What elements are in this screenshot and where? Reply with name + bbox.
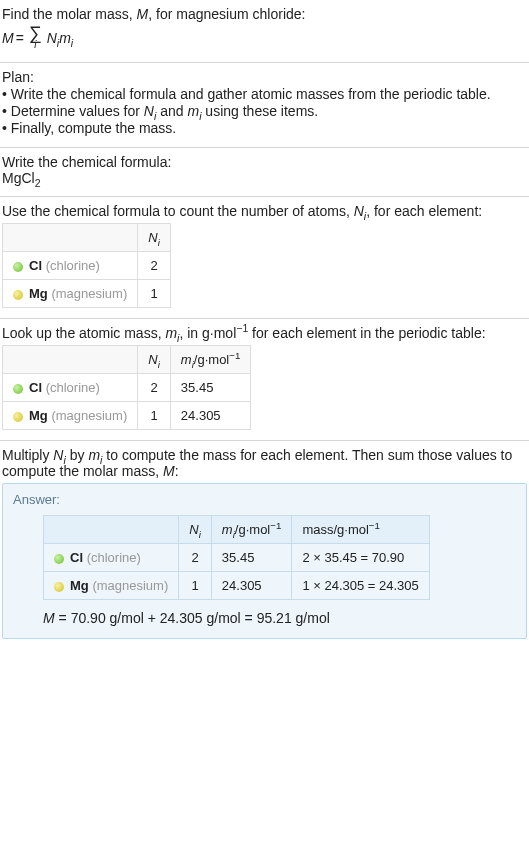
- n-cell: 1: [179, 572, 212, 600]
- count-section: Use the chemical formula to count the nu…: [0, 197, 529, 319]
- N-hdr: N: [148, 230, 157, 245]
- mult-N: N: [53, 447, 63, 463]
- answer-table: Ni mi/g·mol−1 mass/g·mol−1 Cl (chlorine)…: [43, 515, 430, 600]
- count-title-b: , for each element:: [366, 203, 482, 219]
- formula-section: Write the chemical formula: MgCl2: [0, 148, 529, 197]
- hdr-m-exp: −1: [229, 350, 240, 361]
- element-cell: Mg (magnesium): [44, 572, 179, 600]
- hdr-N: N: [148, 352, 157, 367]
- table-header-row: Ni mi/g·mol−1: [3, 346, 251, 374]
- mult-m: m: [88, 447, 100, 463]
- plan-b2-N: N: [144, 103, 154, 119]
- element-name: (magnesium): [51, 408, 127, 423]
- element-name: (magnesium): [51, 286, 127, 301]
- ans-hdr-mass-exp: −1: [369, 520, 380, 531]
- n-cell: 2: [138, 374, 171, 402]
- element-cell: Mg (magnesium): [3, 280, 138, 308]
- element-name: (chlorine): [46, 258, 100, 273]
- mult-M: M: [163, 463, 175, 479]
- ans-hdr-N-sub: i: [199, 529, 201, 540]
- intro-M: M: [137, 6, 149, 22]
- m-cell: 35.45: [170, 374, 251, 402]
- multiply-title: Multiply Ni by mi to compute the mass fo…: [2, 447, 527, 479]
- intro-text-a: Find the molar mass,: [2, 6, 137, 22]
- n-cell: 2: [179, 544, 212, 572]
- eq-N: N: [47, 30, 57, 46]
- element-dot-icon: [13, 290, 23, 300]
- element-dot-icon: [54, 582, 64, 592]
- plan-bullet-3: • Finally, compute the mass.: [2, 120, 527, 136]
- count-title-a: Use the chemical formula to count the nu…: [2, 203, 354, 219]
- chemical-formula: MgCl2: [2, 170, 527, 186]
- answer-box: Answer: Ni mi/g·mol−1 mass/g·mol−1 Cl (c…: [2, 483, 527, 639]
- eq-Nimi: Nimi: [47, 30, 73, 46]
- element-dot-icon: [13, 384, 23, 394]
- eq-m: m: [59, 30, 71, 46]
- element-cell: Mg (magnesium): [3, 402, 138, 430]
- calc-cell: 2 × 35.45 = 70.90: [292, 544, 429, 572]
- table-row: Cl (chlorine) 2: [3, 252, 171, 280]
- sigma-index: i: [34, 40, 36, 50]
- ans-hdr-mass: mass/g·mol: [302, 522, 368, 537]
- final-M: M: [43, 610, 55, 626]
- element-dot-icon: [13, 262, 23, 272]
- hdr-N-sub: i: [158, 359, 160, 370]
- table-row: Mg (magnesium) 1: [3, 280, 171, 308]
- calc-cell: 1 × 24.305 = 24.305: [292, 572, 429, 600]
- ans-hdr-N: N: [189, 522, 198, 537]
- plan-b2-m: m: [187, 103, 199, 119]
- mass-title: Look up the atomic mass, mi, in g·mol−1 …: [2, 325, 527, 341]
- m-header: mi/g·mol−1: [211, 516, 292, 544]
- plan-b2-and: and: [156, 103, 187, 119]
- plan-title: Plan:: [2, 69, 527, 85]
- N-header: Ni: [138, 224, 171, 252]
- eq-equals: =: [16, 30, 24, 46]
- count-cell: 2: [138, 252, 171, 280]
- mass-title-exp: −1: [236, 322, 248, 334]
- count-table: Ni Cl (chlorine) 2 Mg (magnesium) 1: [2, 223, 171, 308]
- element-sym: Cl: [29, 258, 42, 273]
- hdr-m-unit: /g·mol: [194, 352, 229, 367]
- N-hdr-sub: i: [158, 237, 160, 248]
- element-cell: Cl (chlorine): [3, 252, 138, 280]
- mass-title-a: Look up the atomic mass,: [2, 325, 165, 341]
- n-cell: 1: [138, 402, 171, 430]
- eq-M: M: [2, 30, 14, 46]
- mult-b: by: [66, 447, 89, 463]
- count-cell: 1: [138, 280, 171, 308]
- answer-label: Answer:: [13, 492, 516, 507]
- plan-b2-end: using these items.: [201, 103, 318, 119]
- intro-text-b: , for magnesium chloride:: [148, 6, 305, 22]
- mass-table: Ni mi/g·mol−1 Cl (chlorine) 2 35.45 Mg (…: [2, 345, 251, 430]
- sigma-icon: ∑ i: [29, 24, 42, 52]
- element-cell: Cl (chlorine): [44, 544, 179, 572]
- hdr-m: m: [181, 352, 192, 367]
- plan-bullet-1: • Write the chemical formula and gather …: [2, 86, 527, 102]
- mass-title-b: , in g·mol: [179, 325, 236, 341]
- compound-sub: 2: [35, 177, 41, 189]
- ans-hdr-m-unit: /g·mol: [235, 522, 270, 537]
- molar-mass-equation: M = ∑ i Nimi: [2, 24, 527, 52]
- table-row: Cl (chlorine) 2 35.45 2 × 35.45 = 70.90: [44, 544, 430, 572]
- element-sym: Cl: [70, 550, 83, 565]
- table-row: Cl (chlorine) 2 35.45: [3, 374, 251, 402]
- element-sym: Cl: [29, 380, 42, 395]
- mass-header: mass/g·mol−1: [292, 516, 429, 544]
- element-dot-icon: [54, 554, 64, 564]
- blank-header: [3, 224, 138, 252]
- count-title: Use the chemical formula to count the nu…: [2, 203, 527, 219]
- blank-header: [44, 516, 179, 544]
- final-eq-text: = 70.90 g/mol + 24.305 g/mol = 95.21 g/m…: [55, 610, 330, 626]
- blank-header: [3, 346, 138, 374]
- multiply-section: Multiply Ni by mi to compute the mass fo…: [0, 441, 529, 649]
- table-header-row: Ni: [3, 224, 171, 252]
- element-sym: Mg: [70, 578, 89, 593]
- ans-hdr-m: m: [222, 522, 233, 537]
- element-cell: Cl (chlorine): [3, 374, 138, 402]
- intro-section: Find the molar mass, M, for magnesium ch…: [0, 0, 529, 63]
- count-title-N: N: [354, 203, 364, 219]
- m-cell: 24.305: [170, 402, 251, 430]
- mult-d: :: [175, 463, 179, 479]
- element-name: (chlorine): [87, 550, 141, 565]
- mass-title-c: for each element in the periodic table:: [248, 325, 485, 341]
